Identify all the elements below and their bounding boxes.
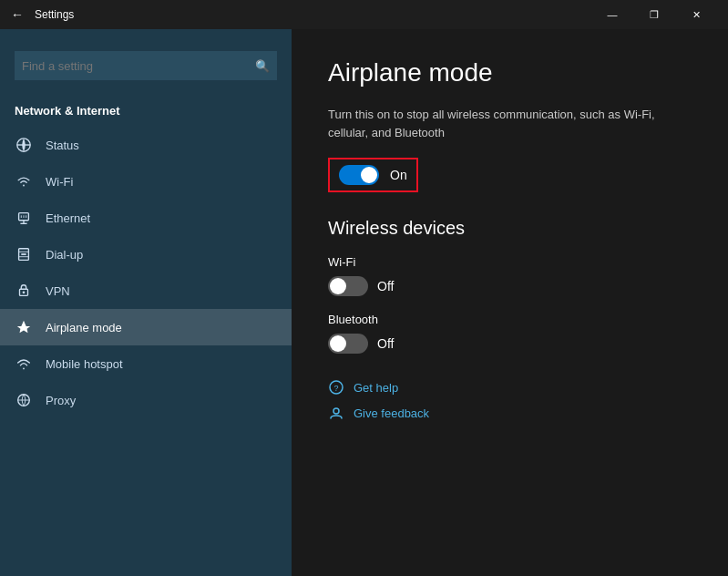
- give-feedback-link[interactable]: Give feedback: [328, 405, 692, 421]
- wifi-toggle[interactable]: [328, 276, 368, 296]
- bluetooth-toggle[interactable]: [328, 334, 368, 354]
- bluetooth-toggle-container[interactable]: Off: [328, 334, 692, 354]
- page-title: Airplane mode: [328, 58, 692, 87]
- sidebar-item-status[interactable]: Status: [0, 127, 292, 163]
- status-icon: [15, 136, 33, 154]
- sidebar-item-status-label: Status: [46, 139, 79, 152]
- search-box[interactable]: 🔍: [15, 51, 277, 80]
- sidebar-item-vpn[interactable]: VPN: [0, 273, 292, 309]
- hotspot-icon: [15, 355, 33, 373]
- bluetooth-device-name: Bluetooth: [328, 313, 692, 326]
- sidebar-item-proxy-label: Proxy: [46, 394, 76, 407]
- sidebar-item-wifi[interactable]: Wi-Fi: [0, 163, 292, 200]
- window-controls: — ❐ ✕: [591, 0, 717, 29]
- sidebar-item-proxy[interactable]: Proxy: [0, 382, 292, 418]
- airplane-icon: [15, 318, 33, 336]
- sidebar-item-airplane[interactable]: Airplane mode: [0, 309, 292, 345]
- wifi-device-row: Wi-Fi Off: [328, 255, 692, 296]
- dialup-icon: [15, 245, 33, 263]
- sidebar-item-hotspot[interactable]: Mobile hotspot: [0, 345, 292, 382]
- sidebar-item-dialup-label: Dial-up: [46, 248, 83, 262]
- content-area: Airplane mode Turn this on to stop all w…: [292, 29, 728, 576]
- get-help-label: Get help: [354, 381, 398, 395]
- sidebar-item-hotspot-label: Mobile hotspot: [46, 357, 123, 371]
- close-button[interactable]: ✕: [675, 0, 717, 29]
- wifi-toggle-container[interactable]: Off: [328, 276, 692, 296]
- get-help-link[interactable]: ? Get help: [328, 379, 692, 396]
- proxy-icon: [15, 391, 33, 409]
- back-button[interactable]: ←: [11, 7, 24, 22]
- vpn-icon: [15, 282, 33, 300]
- bluetooth-toggle-label: Off: [377, 336, 394, 351]
- app-title: Settings: [35, 8, 591, 21]
- airplane-toggle[interactable]: [339, 165, 379, 185]
- ethernet-icon: [15, 209, 33, 227]
- wireless-section-title: Wireless devices: [328, 218, 692, 239]
- svg-point-13: [23, 291, 26, 293]
- minimize-button[interactable]: —: [591, 0, 633, 29]
- give-feedback-label: Give feedback: [354, 406, 429, 420]
- search-input[interactable]: [22, 59, 255, 73]
- wifi-device-name: Wi-Fi: [328, 255, 692, 269]
- svg-text:?: ?: [333, 384, 338, 393]
- svg-point-18: [333, 408, 339, 414]
- wifi-toggle-knob: [330, 278, 346, 294]
- search-icon: 🔍: [255, 59, 270, 73]
- wifi-toggle-label: Off: [377, 279, 394, 293]
- airplane-toggle-label: On: [390, 168, 407, 182]
- bluetooth-toggle-knob: [330, 335, 346, 352]
- sidebar-item-ethernet-label: Ethernet: [46, 211, 90, 225]
- sidebar-item-wifi-label: Wi-Fi: [46, 175, 73, 189]
- airplane-toggle-row[interactable]: On: [328, 158, 418, 192]
- bluetooth-device-row: Bluetooth Off: [328, 313, 692, 354]
- sidebar-item-vpn-label: VPN: [46, 284, 70, 298]
- description-text: Turn this on to stop all wireless commun…: [328, 106, 692, 141]
- svg-rect-11: [21, 253, 26, 255]
- main-container: 🔍 Network & Internet Status Wi-Fi: [0, 29, 728, 576]
- get-help-icon: ?: [328, 379, 344, 396]
- sidebar-section-label: Network & Internet: [0, 98, 292, 127]
- wifi-icon: [15, 172, 33, 190]
- sidebar-item-airplane-label: Airplane mode: [46, 321, 122, 334]
- give-feedback-icon: [328, 405, 344, 421]
- airplane-toggle-knob: [361, 167, 377, 183]
- sidebar: 🔍 Network & Internet Status Wi-Fi: [0, 29, 292, 576]
- sidebar-item-ethernet[interactable]: Ethernet: [0, 200, 292, 236]
- sidebar-item-dialup[interactable]: Dial-up: [0, 236, 292, 273]
- titlebar: ← Settings — ❐ ✕: [0, 0, 728, 29]
- restore-button[interactable]: ❐: [633, 0, 675, 29]
- help-section: ? Get help Give feedback: [328, 379, 692, 421]
- sidebar-header: 🔍: [0, 29, 292, 98]
